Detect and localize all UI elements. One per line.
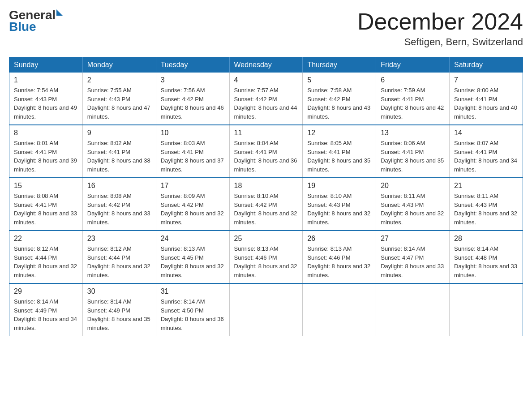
calendar-cell xyxy=(376,283,450,336)
day-number: 22 xyxy=(14,235,78,243)
day-info: Sunrise: 8:07 AM Sunset: 4:41 PM Dayligh… xyxy=(454,139,518,174)
calendar-cell: 19 Sunrise: 8:10 AM Sunset: 4:43 PM Dayl… xyxy=(303,178,376,231)
calendar-week-row: 15 Sunrise: 8:08 AM Sunset: 4:41 PM Dayl… xyxy=(9,178,523,231)
day-info: Sunrise: 8:10 AM Sunset: 4:43 PM Dayligh… xyxy=(307,192,371,227)
day-info: Sunrise: 8:10 AM Sunset: 4:42 PM Dayligh… xyxy=(234,192,298,227)
calendar-cell: 5 Sunrise: 7:58 AM Sunset: 4:42 PM Dayli… xyxy=(303,73,376,125)
day-info: Sunrise: 8:08 AM Sunset: 4:42 PM Dayligh… xyxy=(87,192,151,227)
calendar-week-row: 1 Sunrise: 7:54 AM Sunset: 4:43 PM Dayli… xyxy=(9,73,523,125)
day-info: Sunrise: 8:14 AM Sunset: 4:48 PM Dayligh… xyxy=(454,244,518,279)
day-info: Sunrise: 8:14 AM Sunset: 4:47 PM Dayligh… xyxy=(381,244,445,279)
calendar-cell: 12 Sunrise: 8:05 AM Sunset: 4:41 PM Dayl… xyxy=(303,125,376,178)
calendar-cell: 6 Sunrise: 7:59 AM Sunset: 4:41 PM Dayli… xyxy=(376,73,450,125)
day-number: 6 xyxy=(381,76,445,84)
day-number: 20 xyxy=(381,182,445,190)
day-info: Sunrise: 8:11 AM Sunset: 4:43 PM Dayligh… xyxy=(381,192,445,227)
calendar-week-row: 22 Sunrise: 8:12 AM Sunset: 4:44 PM Dayl… xyxy=(9,231,523,283)
calendar-cell: 4 Sunrise: 7:57 AM Sunset: 4:42 PM Dayli… xyxy=(229,73,303,125)
day-number: 26 xyxy=(307,235,371,243)
day-info: Sunrise: 8:11 AM Sunset: 4:43 PM Dayligh… xyxy=(454,192,518,227)
day-number: 30 xyxy=(87,287,151,295)
calendar-cell: 29 Sunrise: 8:14 AM Sunset: 4:49 PM Dayl… xyxy=(9,283,83,336)
calendar-cell: 30 Sunrise: 8:14 AM Sunset: 4:49 PM Dayl… xyxy=(82,283,156,336)
location: Seftigen, Bern, Switzerland xyxy=(357,36,523,48)
day-info: Sunrise: 8:14 AM Sunset: 4:49 PM Dayligh… xyxy=(87,297,151,332)
day-info: Sunrise: 8:14 AM Sunset: 4:49 PM Dayligh… xyxy=(14,297,78,332)
day-info: Sunrise: 8:13 AM Sunset: 4:45 PM Dayligh… xyxy=(161,244,225,279)
day-number: 17 xyxy=(161,182,225,190)
header-monday: Monday xyxy=(82,57,156,73)
calendar-cell: 27 Sunrise: 8:14 AM Sunset: 4:47 PM Dayl… xyxy=(376,231,450,283)
header-friday: Friday xyxy=(376,57,450,73)
calendar-cell: 18 Sunrise: 8:10 AM Sunset: 4:42 PM Dayl… xyxy=(229,178,303,231)
day-number: 4 xyxy=(234,76,298,84)
day-number: 31 xyxy=(161,287,225,295)
calendar-cell: 7 Sunrise: 8:00 AM Sunset: 4:41 PM Dayli… xyxy=(450,73,523,125)
day-info: Sunrise: 7:54 AM Sunset: 4:43 PM Dayligh… xyxy=(14,86,78,121)
day-info: Sunrise: 7:58 AM Sunset: 4:42 PM Dayligh… xyxy=(307,86,371,121)
calendar-cell: 15 Sunrise: 8:08 AM Sunset: 4:41 PM Dayl… xyxy=(9,178,83,231)
day-info: Sunrise: 8:04 AM Sunset: 4:41 PM Dayligh… xyxy=(234,139,298,174)
weekday-header-row: Sunday Monday Tuesday Wednesday Thursday… xyxy=(9,57,523,73)
calendar-cell xyxy=(303,283,376,336)
day-number: 13 xyxy=(381,129,445,137)
day-number: 10 xyxy=(161,129,225,137)
calendar-table: Sunday Monday Tuesday Wednesday Thursday… xyxy=(9,57,523,336)
day-number: 25 xyxy=(234,235,298,243)
day-info: Sunrise: 8:14 AM Sunset: 4:50 PM Dayligh… xyxy=(161,297,225,332)
calendar-cell: 11 Sunrise: 8:04 AM Sunset: 4:41 PM Dayl… xyxy=(229,125,303,178)
page-header: General Blue December 2024 Seftigen, Ber… xyxy=(9,9,523,48)
logo: General Blue xyxy=(9,9,63,34)
calendar-week-row: 8 Sunrise: 8:01 AM Sunset: 4:41 PM Dayli… xyxy=(9,125,523,178)
day-number: 16 xyxy=(87,182,151,190)
calendar-cell: 21 Sunrise: 8:11 AM Sunset: 4:43 PM Dayl… xyxy=(450,178,523,231)
day-info: Sunrise: 7:57 AM Sunset: 4:42 PM Dayligh… xyxy=(234,86,298,121)
title-section: December 2024 Seftigen, Bern, Switzerlan… xyxy=(357,9,523,48)
day-info: Sunrise: 8:12 AM Sunset: 4:44 PM Dayligh… xyxy=(14,244,78,279)
day-info: Sunrise: 8:06 AM Sunset: 4:41 PM Dayligh… xyxy=(381,139,445,174)
calendar-cell: 25 Sunrise: 8:13 AM Sunset: 4:46 PM Dayl… xyxy=(229,231,303,283)
header-wednesday: Wednesday xyxy=(229,57,303,73)
calendar-cell: 13 Sunrise: 8:06 AM Sunset: 4:41 PM Dayl… xyxy=(376,125,450,178)
day-info: Sunrise: 7:56 AM Sunset: 4:42 PM Dayligh… xyxy=(161,86,225,121)
day-info: Sunrise: 8:12 AM Sunset: 4:44 PM Dayligh… xyxy=(87,244,151,279)
day-info: Sunrise: 8:02 AM Sunset: 4:41 PM Dayligh… xyxy=(87,139,151,174)
day-number: 11 xyxy=(234,129,298,137)
day-info: Sunrise: 7:55 AM Sunset: 4:43 PM Dayligh… xyxy=(87,86,151,121)
day-number: 19 xyxy=(307,182,371,190)
calendar-cell: 10 Sunrise: 8:03 AM Sunset: 4:41 PM Dayl… xyxy=(156,125,229,178)
calendar-cell: 28 Sunrise: 8:14 AM Sunset: 4:48 PM Dayl… xyxy=(450,231,523,283)
day-number: 7 xyxy=(454,76,518,84)
calendar-cell: 31 Sunrise: 8:14 AM Sunset: 4:50 PM Dayl… xyxy=(156,283,229,336)
calendar-cell: 16 Sunrise: 8:08 AM Sunset: 4:42 PM Dayl… xyxy=(82,178,156,231)
day-number: 1 xyxy=(14,76,78,84)
calendar-cell: 1 Sunrise: 7:54 AM Sunset: 4:43 PM Dayli… xyxy=(9,73,83,125)
day-number: 14 xyxy=(454,129,518,137)
calendar-cell: 23 Sunrise: 8:12 AM Sunset: 4:44 PM Dayl… xyxy=(82,231,156,283)
calendar-body: 1 Sunrise: 7:54 AM Sunset: 4:43 PM Dayli… xyxy=(9,73,523,336)
day-info: Sunrise: 8:01 AM Sunset: 4:41 PM Dayligh… xyxy=(14,139,78,174)
day-info: Sunrise: 8:13 AM Sunset: 4:46 PM Dayligh… xyxy=(307,244,371,279)
day-info: Sunrise: 8:03 AM Sunset: 4:41 PM Dayligh… xyxy=(161,139,225,174)
calendar-cell: 17 Sunrise: 8:09 AM Sunset: 4:42 PM Dayl… xyxy=(156,178,229,231)
header-tuesday: Tuesday xyxy=(156,57,229,73)
header-saturday: Saturday xyxy=(450,57,523,73)
calendar-cell: 26 Sunrise: 8:13 AM Sunset: 4:46 PM Dayl… xyxy=(303,231,376,283)
day-number: 28 xyxy=(454,235,518,243)
day-number: 2 xyxy=(87,76,151,84)
day-number: 24 xyxy=(161,235,225,243)
day-info: Sunrise: 8:08 AM Sunset: 4:41 PM Dayligh… xyxy=(14,192,78,227)
day-number: 23 xyxy=(87,235,151,243)
day-info: Sunrise: 8:00 AM Sunset: 4:41 PM Dayligh… xyxy=(454,86,518,121)
day-number: 18 xyxy=(234,182,298,190)
calendar-cell: 8 Sunrise: 8:01 AM Sunset: 4:41 PM Dayli… xyxy=(9,125,83,178)
calendar-cell xyxy=(450,283,523,336)
calendar-cell: 2 Sunrise: 7:55 AM Sunset: 4:43 PM Dayli… xyxy=(82,73,156,125)
day-info: Sunrise: 7:59 AM Sunset: 4:41 PM Dayligh… xyxy=(381,86,445,121)
calendar-header: Sunday Monday Tuesday Wednesday Thursday… xyxy=(9,57,523,73)
calendar-cell xyxy=(229,283,303,336)
calendar-cell: 9 Sunrise: 8:02 AM Sunset: 4:41 PM Dayli… xyxy=(82,125,156,178)
header-sunday: Sunday xyxy=(9,57,83,73)
header-thursday: Thursday xyxy=(303,57,376,73)
calendar-cell: 22 Sunrise: 8:12 AM Sunset: 4:44 PM Dayl… xyxy=(9,231,83,283)
